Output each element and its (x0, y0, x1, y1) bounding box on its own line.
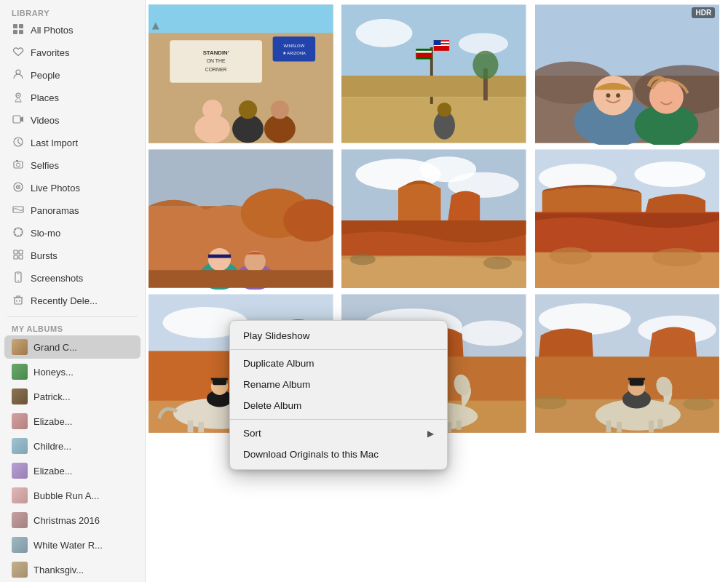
rename-album-label: Rename Album (243, 379, 310, 390)
sidebar-item-last-import[interactable]: Last Import (4, 132, 141, 154)
album-thumb-children (12, 438, 28, 454)
play-slideshow-label: Play Slideshow (243, 330, 310, 341)
context-menu-rename-album[interactable]: Rename Album (230, 374, 447, 395)
sidebar-album-label: Thanksgiv... (33, 565, 84, 575)
sidebar-album-label: Grand C... (33, 342, 77, 353)
library-header: Library (0, 6, 145, 19)
sidebar-item-label: Last Import (31, 137, 78, 148)
context-menu-delete-album[interactable]: Delete Album (230, 395, 447, 416)
sort-arrow-icon: ▶ (427, 428, 434, 439)
sidebar-item-people[interactable]: People (4, 65, 141, 86)
sidebar-item-bursts[interactable]: Bursts (4, 245, 141, 266)
sort-label: Sort (243, 428, 261, 439)
sidebar-item-slo-mo[interactable]: Slo-mo (4, 223, 141, 244)
sidebar-item-label: Screenshots (31, 273, 83, 284)
photo-horse-rider-right[interactable] (535, 292, 720, 434)
sidebar-item-christmas-2016[interactable]: Christmas 2016 (4, 509, 141, 532)
svg-point-6 (17, 95, 19, 96)
context-menu-separator-2 (230, 419, 447, 420)
context-menu: Play Slideshow Duplicate Album Rename Al… (229, 320, 448, 470)
sidebar-item-label: People (31, 70, 60, 81)
context-menu-play-slideshow[interactable]: Play Slideshow (230, 325, 447, 346)
svg-point-122 (459, 321, 523, 346)
svg-rect-0 (13, 24, 17, 28)
sidebar-item-elizabeth2[interactable]: Elizabe... (4, 459, 141, 482)
svg-point-76 (593, 76, 633, 116)
svg-line-23 (20, 229, 22, 231)
screenshots-icon (12, 271, 25, 285)
sidebar-item-all-photos[interactable]: All Photos (4, 20, 141, 41)
videos-icon (12, 113, 25, 127)
sidebar-item-thanksgiving[interactable]: Thanksgiv... (4, 558, 141, 581)
sidebar-item-label: All Photos (31, 25, 74, 36)
svg-rect-143 (606, 420, 611, 433)
svg-rect-32 (15, 298, 22, 304)
album-thumb-bubble-run (12, 487, 28, 503)
album-thumb-thanksgiving (12, 562, 28, 578)
recently-deleted-icon (12, 294, 25, 308)
albums-section: My Albums Grand C... Honeys... Patrick..… (0, 322, 145, 582)
sidebar-item-live-photos[interactable]: Live Photos (4, 178, 141, 199)
context-menu-separator-1 (230, 349, 447, 350)
svg-line-24 (15, 234, 17, 236)
album-thumb-christmas-2016 (12, 512, 28, 528)
sidebar-item-grand-canyon[interactable]: Grand C... (4, 335, 141, 359)
photo-canyon-buttes[interactable] (341, 148, 526, 290)
download-originals-label: Download Originals to this Mac (243, 449, 379, 460)
sidebar-item-panoramas[interactable]: Panoramas (4, 200, 141, 221)
sidebar-item-favorites[interactable]: Favorites (4, 42, 141, 63)
sidebar-item-places[interactable]: Places (4, 87, 141, 108)
sidebar-item-screenshots[interactable]: Screenshots (4, 268, 141, 289)
sidebar-item-videos[interactable]: Videos (4, 110, 141, 131)
svg-rect-27 (14, 255, 17, 259)
svg-point-10 (17, 163, 20, 167)
context-menu-download-originals[interactable]: Download Originals to this Mac (230, 444, 447, 465)
sidebar-album-label: Elizabe... (33, 466, 72, 477)
svg-rect-55 (341, 97, 526, 143)
svg-rect-44 (273, 36, 316, 61)
favorites-icon (12, 46, 25, 60)
photo-canyon-mesa[interactable] (535, 148, 720, 290)
svg-rect-11 (16, 160, 18, 162)
duplicate-album-label: Duplicate Album (243, 358, 314, 369)
sidebar-item-patrick[interactable]: Patrick... (4, 385, 141, 408)
context-menu-sort[interactable]: Sort ▶ (230, 423, 447, 444)
sidebar-album-label: White Water R... (33, 540, 103, 551)
svg-point-136 (539, 303, 631, 335)
photo-selfie-outdoor[interactable]: HDR (535, 3, 720, 145)
photo-desert-flags[interactable] (341, 3, 526, 145)
photo-canyon-group[interactable] (149, 148, 333, 290)
sidebar-album-label: Patrick... (33, 391, 71, 402)
svg-point-141 (682, 398, 713, 411)
svg-point-86 (208, 248, 231, 271)
svg-rect-112 (198, 422, 204, 433)
photo-family-store[interactable]: STANDIN' ON THE CORNER WINSLOW ★ ARIZONA (149, 3, 333, 145)
sidebar-item-label: Selfies (31, 160, 59, 171)
sidebar-item-selfies[interactable]: Selfies (4, 155, 141, 176)
svg-point-68 (438, 103, 452, 117)
album-thumb-patrick (12, 388, 28, 404)
svg-rect-1 (19, 24, 23, 28)
sidebar-item-recently-deleted[interactable]: Recently Dele... (4, 290, 141, 311)
sidebar-item-label: Slo-mo (31, 228, 60, 239)
last-import-icon (12, 136, 25, 150)
sidebar-item-children[interactable]: Childre... (4, 434, 141, 458)
album-thumb-white-water (12, 537, 28, 553)
svg-point-98 (483, 257, 512, 270)
svg-rect-118 (213, 379, 227, 385)
sidebar-item-elizabeth1[interactable]: Elizabe... (4, 410, 141, 433)
svg-point-78 (616, 93, 620, 97)
svg-rect-145 (649, 420, 654, 433)
photo-grid-container: STANDIN' ON THE CORNER WINSLOW ★ ARIZONA (146, 0, 728, 582)
sidebar-item-bubble-run[interactable]: Bubble Run A... (4, 484, 141, 507)
sidebar-item-honeymoon[interactable]: Honeys... (4, 360, 141, 383)
bursts-icon (12, 249, 25, 263)
svg-point-50 (239, 100, 257, 119)
context-menu-duplicate-album[interactable]: Duplicate Album (230, 353, 447, 374)
svg-point-56 (356, 19, 413, 47)
svg-rect-28 (19, 255, 23, 259)
sidebar-item-white-water[interactable]: White Water R... (4, 533, 141, 557)
svg-rect-65 (434, 40, 441, 45)
svg-point-52 (271, 100, 289, 119)
svg-point-105 (652, 248, 702, 266)
